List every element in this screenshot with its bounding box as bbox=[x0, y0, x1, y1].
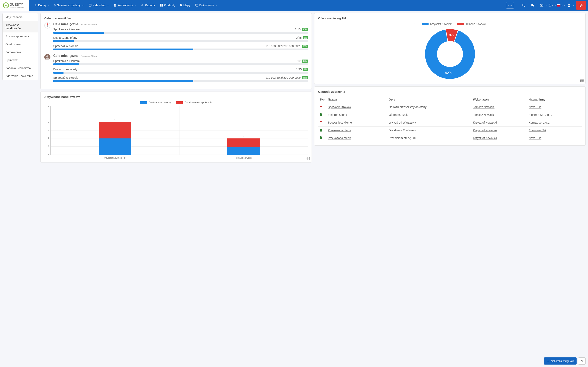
table-row: Spotkanie KrakówOd razu przeszliśmy do o… bbox=[318, 103, 582, 111]
table-header: Opis bbox=[387, 96, 471, 103]
goal-user-0: Cele miesięcznePozostało 10 dniSpotkania… bbox=[44, 22, 308, 53]
table-row: Przekazana ofertaDla klienta EdelweissKr… bbox=[318, 127, 582, 134]
user-icon[interactable] bbox=[566, 2, 572, 9]
nav-dodaj[interactable]: Dodaj bbox=[32, 0, 52, 11]
nav-dokumenty[interactable]: Dokumenty bbox=[193, 0, 219, 11]
event-who-link[interactable]: Tomasz Nowacki bbox=[473, 105, 494, 109]
svg-rect-23 bbox=[549, 4, 551, 7]
legend-item[interactable]: Zrealizowane spotkanie bbox=[176, 101, 212, 104]
legend-item[interactable]: Dostarczono ofertę bbox=[140, 101, 171, 104]
chart-icon bbox=[141, 4, 144, 7]
svg-rect-25 bbox=[557, 4, 561, 5]
sidebar-tab-1[interactable]: Aktywność handlowców bbox=[3, 21, 38, 33]
x-axis-label: Tomasz Nowacki bbox=[179, 157, 308, 159]
language-flag[interactable] bbox=[556, 2, 563, 9]
event-type-icon bbox=[318, 103, 326, 111]
dollar-icon: $ bbox=[54, 4, 56, 7]
events-title: Ostatnie zdarzenia bbox=[318, 90, 582, 93]
event-who-link[interactable]: Tomasz Nowacki bbox=[473, 113, 494, 117]
svg-point-27 bbox=[568, 4, 570, 5]
chat-icon[interactable] bbox=[529, 2, 536, 9]
event-name-link[interactable]: Spotkanie z klientem bbox=[328, 121, 354, 124]
goal-item: Dostarczone oferty2/258% bbox=[53, 36, 308, 42]
svg-point-29 bbox=[47, 24, 48, 25]
x-axis-label: Krzysztof Kowalski (ja) bbox=[51, 157, 179, 159]
svg-text:8%: 8% bbox=[449, 33, 454, 37]
svg-point-9 bbox=[114, 4, 116, 5]
bar-chart-legend: Dostarczono ofertęZrealizowane spotkanie bbox=[44, 101, 308, 104]
nav-raporty[interactable]: Raporty bbox=[138, 0, 157, 11]
event-firm-link[interactable]: Elektron Sp. z o.o. bbox=[528, 113, 552, 117]
table-row: Elektron OfertaOferta na 100kTomasz Nowa… bbox=[318, 111, 582, 119]
svg-rect-22 bbox=[540, 4, 543, 6]
event-who-link[interactable]: Krzysztof Kowalski bbox=[473, 136, 497, 140]
svg-point-17 bbox=[181, 4, 182, 5]
table-view-icon[interactable] bbox=[580, 80, 584, 83]
table-view-icon[interactable] bbox=[306, 157, 310, 161]
bar-chart: 6543210 42 Krzysztof Kowalski (ja)Tomasz… bbox=[44, 106, 308, 159]
mail-icon[interactable] bbox=[538, 2, 545, 9]
search-icon[interactable] bbox=[520, 2, 527, 9]
event-who-link[interactable]: Krzysztof Kowalski bbox=[473, 129, 497, 132]
donut-legend: "Krzysztof KowalskiTomasz Nowacki bbox=[318, 22, 582, 25]
donut-title: Ofertowanie wg PH bbox=[318, 17, 582, 20]
svg-text:$: $ bbox=[54, 4, 56, 7]
plus-icon bbox=[35, 4, 37, 7]
table-header: Typ bbox=[318, 96, 326, 103]
goal-item: Spotkania z klientami2/1020% bbox=[53, 28, 308, 34]
goal-item: Dostarczone oferty1/254% bbox=[53, 68, 308, 74]
event-name-link[interactable]: Spotkanie Kraków bbox=[328, 105, 351, 109]
nav-kalendarz[interactable]: Kalendarz bbox=[86, 0, 111, 11]
events-table: TypNazwaOpisWykonawcaNazwa firmy Spotkan… bbox=[318, 96, 582, 142]
nav-szanse-sprzedaży[interactable]: $Szanse sprzedaży bbox=[52, 0, 86, 11]
sidebar: Moje zadaniaAktywność handlowcówSzanse s… bbox=[2, 13, 38, 162]
nav-overflow-button[interactable]: ••• bbox=[506, 2, 514, 8]
goal-item: Sprzedaż w okresie110 993,60 zł/200 000,… bbox=[53, 44, 308, 50]
sidebar-tab-4[interactable]: Zamówienia bbox=[3, 48, 38, 56]
svg-line-21 bbox=[524, 6, 525, 7]
progress-bar bbox=[53, 80, 308, 82]
user-icon bbox=[114, 4, 116, 7]
event-firm-link[interactable]: Nova Tuls bbox=[528, 105, 541, 109]
activity-card: Aktywność handlowców Dostarczono ofertęZ… bbox=[40, 92, 312, 162]
svg-rect-15 bbox=[160, 5, 161, 7]
event-desc: Przesłałem ofertę 30k bbox=[387, 134, 471, 142]
event-name-link[interactable]: Przekazana oferta bbox=[328, 129, 351, 132]
goals-card: Cele pracowników Cele miesięcznePozostał… bbox=[40, 13, 312, 89]
nav-items: Dodaj$Szanse sprzedażyKalendarzKontrahen… bbox=[32, 0, 506, 11]
svg-rect-12 bbox=[143, 4, 143, 6]
progress-bar bbox=[53, 72, 308, 74]
avatar bbox=[44, 22, 51, 29]
event-firm-link[interactable]: Kornex sp. z o.o. bbox=[528, 121, 550, 124]
table-row: Spotkanie z klientemWyjazd od WarszawyKr… bbox=[318, 119, 582, 127]
sidebar-tab-6[interactable]: Zadania - cała firma bbox=[3, 64, 38, 72]
clipboard-icon[interactable] bbox=[547, 2, 554, 9]
table-header: Wykonawca bbox=[471, 96, 527, 103]
nav-produkty[interactable]: Produkty bbox=[157, 0, 178, 11]
event-name-link[interactable]: Przekazana oferta bbox=[328, 136, 351, 140]
goals-title: Cele pracowników bbox=[44, 17, 308, 20]
event-who-link[interactable]: Krzysztof Kowalski bbox=[473, 121, 497, 124]
sidebar-tab-7[interactable]: Zdarzenia - cała frima bbox=[3, 72, 38, 80]
svg-text:QUESTY: QUESTY bbox=[9, 3, 23, 6]
legend-item[interactable]: Krzysztof Kowalski bbox=[422, 22, 452, 25]
calendar-icon bbox=[89, 4, 91, 7]
sidebar-tab-0[interactable]: Moje zadania bbox=[3, 13, 38, 21]
event-firm-link[interactable]: Nova Tuls bbox=[528, 136, 541, 140]
logout-button[interactable] bbox=[576, 1, 586, 9]
event-firm-link[interactable]: Edelweiss SA bbox=[528, 129, 546, 132]
legend-item[interactable]: Tomasz Nowacki bbox=[457, 22, 486, 25]
nav-kontrahenci[interactable]: Kontrahenci bbox=[111, 0, 138, 11]
event-desc: Dla klienta Edelweiss bbox=[387, 127, 471, 134]
svg-rect-16 bbox=[162, 5, 163, 7]
event-name-link[interactable]: Elektron Oferta bbox=[328, 113, 347, 117]
logo[interactable]: QUESTY BUSINESS SOFTWARE bbox=[0, 0, 29, 11]
activity-title: Aktywność handlowców bbox=[44, 95, 308, 99]
table-header: Nazwa bbox=[326, 96, 387, 103]
sidebar-tab-5[interactable]: Sprzedaż bbox=[3, 56, 38, 64]
sidebar-tab-3[interactable]: Ofertowanie bbox=[3, 40, 38, 48]
event-type-icon bbox=[318, 134, 326, 142]
nav-mapy[interactable]: Mapy bbox=[178, 0, 193, 11]
table-row: Przekazana ofertaPrzesłałem ofertę 30kKr… bbox=[318, 134, 582, 142]
sidebar-tab-2[interactable]: Szanse sprzedaży bbox=[3, 33, 38, 40]
